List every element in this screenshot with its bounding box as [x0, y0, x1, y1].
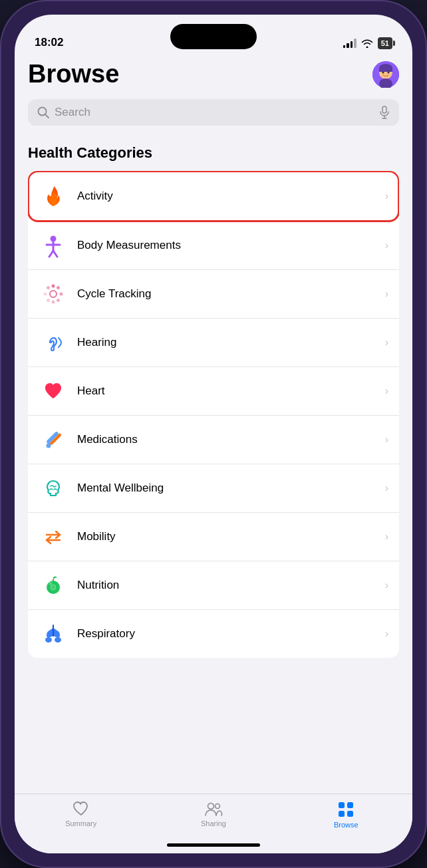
- svg-point-23: [47, 299, 50, 302]
- home-indicator: [167, 843, 260, 847]
- svg-point-25: [47, 286, 50, 289]
- chevron-hearing: ›: [385, 337, 388, 349]
- category-item-heart[interactable]: Heart ›: [28, 367, 399, 416]
- screen: 18:02 51: [15, 15, 412, 853]
- category-item-mental-wellbeing[interactable]: Mental Wellbeing ›: [28, 464, 399, 513]
- signal-icon: [343, 39, 356, 48]
- cycle-tracking-icon: [39, 279, 68, 309]
- svg-point-27: [47, 444, 51, 448]
- page-title: Browse: [28, 60, 119, 88]
- status-icons: 51: [343, 37, 392, 49]
- search-placeholder: Search: [55, 106, 374, 119]
- svg-rect-40: [347, 802, 353, 808]
- tab-sharing-label: Sharing: [201, 819, 226, 827]
- avatar[interactable]: [372, 61, 399, 88]
- svg-point-17: [50, 291, 57, 297]
- activity-icon: [39, 182, 68, 211]
- category-list: Activity ›: [28, 171, 399, 658]
- tab-summary-label: Summary: [65, 819, 96, 827]
- chevron-heart: ›: [385, 385, 388, 397]
- category-name-nutrition: Nutrition: [77, 579, 385, 592]
- svg-point-5: [388, 72, 390, 74]
- category-name-mobility: Mobility: [77, 530, 385, 543]
- chevron-body: ›: [385, 239, 388, 251]
- svg-rect-3: [379, 68, 392, 72]
- category-item-nutrition[interactable]: Nutrition ›: [28, 561, 399, 610]
- category-item-activity[interactable]: Activity ›: [28, 171, 399, 222]
- category-item-medications[interactable]: Medications ›: [28, 416, 399, 464]
- chevron-medications: ›: [385, 434, 388, 446]
- svg-point-22: [52, 301, 55, 304]
- category-item-hearing[interactable]: Hearing ›: [28, 319, 399, 367]
- section-title: Health Categories: [28, 144, 399, 162]
- category-name-activity: Activity: [77, 190, 385, 203]
- svg-line-16: [53, 251, 57, 257]
- svg-point-18: [52, 285, 55, 288]
- category-name-mental: Mental Wellbeing: [77, 482, 385, 495]
- chevron-nutrition: ›: [385, 579, 388, 591]
- svg-rect-9: [382, 106, 386, 113]
- tab-summary[interactable]: Summary: [15, 801, 147, 827]
- hearing-icon: [39, 328, 68, 357]
- category-name-cycle: Cycle Tracking: [77, 287, 385, 301]
- wifi-icon: [361, 39, 373, 48]
- status-time: 18:02: [35, 36, 63, 49]
- avatar-image: [372, 61, 399, 88]
- category-name-hearing: Hearing: [77, 336, 385, 349]
- search-icon: [37, 106, 49, 118]
- svg-point-34: [45, 637, 52, 643]
- dynamic-island: [170, 24, 257, 49]
- chevron-mental: ›: [385, 482, 388, 494]
- category-name-medications: Medications: [77, 433, 385, 446]
- category-name-respiratory: Respiratory: [77, 627, 385, 641]
- category-item-cycle-tracking[interactable]: Cycle Tracking ›: [28, 270, 399, 319]
- browse-grid-icon: [337, 801, 355, 818]
- medications-icon: [39, 425, 68, 454]
- svg-point-35: [55, 637, 61, 643]
- category-item-body-measurements[interactable]: Body Measurements ›: [28, 221, 399, 270]
- microphone-icon: [379, 106, 390, 119]
- summary-heart-icon: [72, 801, 90, 817]
- chevron-mobility: ›: [385, 531, 388, 543]
- svg-point-21: [57, 299, 60, 302]
- tab-sharing[interactable]: Sharing: [147, 801, 279, 827]
- heart-icon: [39, 376, 68, 406]
- mobility-icon: [39, 522, 68, 551]
- chevron-cycle: ›: [385, 288, 388, 300]
- tab-browse-label: Browse: [334, 821, 358, 829]
- chevron-activity: ›: [385, 190, 388, 202]
- svg-point-32: [49, 582, 53, 585]
- search-bar[interactable]: Search: [28, 99, 399, 126]
- mental-wellbeing-icon: [39, 474, 68, 503]
- phone-frame: 18:02 51: [0, 0, 427, 868]
- category-name-heart: Heart: [77, 384, 385, 398]
- svg-point-19: [57, 286, 60, 289]
- category-item-respiratory[interactable]: Respiratory ›: [28, 610, 399, 658]
- main-content: Browse: [15, 55, 412, 794]
- svg-rect-42: [347, 811, 353, 817]
- sharing-people-icon: [204, 801, 223, 817]
- battery-icon: 51: [378, 37, 392, 49]
- svg-point-33: [51, 585, 56, 590]
- svg-point-24: [44, 293, 47, 296]
- body-measurements-icon: [39, 231, 68, 260]
- svg-point-38: [215, 804, 219, 809]
- svg-point-20: [60, 293, 63, 296]
- svg-point-37: [208, 803, 214, 809]
- svg-rect-39: [339, 802, 345, 808]
- category-item-mobility[interactable]: Mobility ›: [28, 513, 399, 561]
- nutrition-icon: [39, 571, 68, 600]
- respiratory-icon: [39, 619, 68, 649]
- tab-browse[interactable]: Browse: [280, 801, 412, 829]
- svg-point-4: [382, 72, 384, 74]
- svg-line-8: [45, 114, 49, 118]
- category-name-body: Body Measurements: [77, 239, 385, 252]
- header-row: Browse: [28, 55, 399, 99]
- chevron-respiratory: ›: [385, 628, 388, 640]
- svg-rect-41: [339, 811, 345, 817]
- svg-point-12: [51, 236, 57, 242]
